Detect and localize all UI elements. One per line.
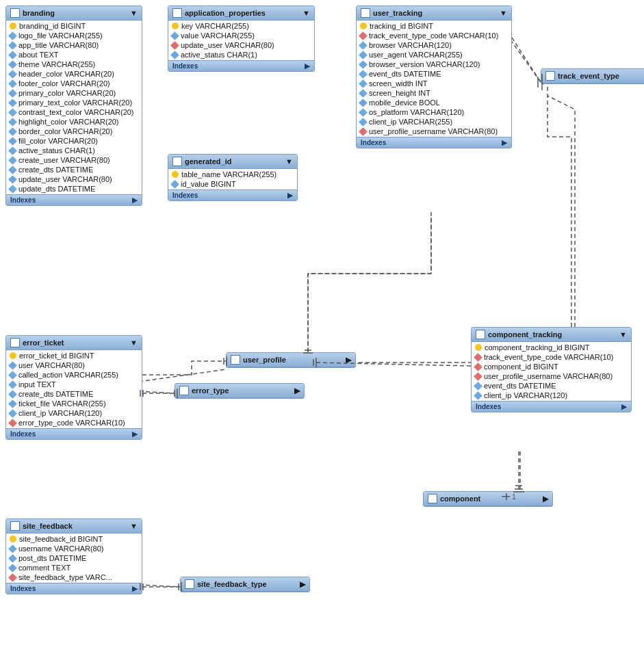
- table-arrow-user-tracking[interactable]: ▼: [500, 9, 507, 17]
- table-generated-id[interactable]: generated_id ▼ table_name VARCHAR(255) i…: [168, 154, 298, 201]
- field-track-event-type-code-ct: track_event_type_code VARCHAR(10): [472, 352, 631, 362]
- diamond-blue-icon: [8, 41, 17, 50]
- diamond-blue-icon: [8, 137, 17, 146]
- table-user-tracking[interactable]: user_tracking ▼ tracking_id BIGINT track…: [356, 5, 512, 148]
- table-arrow-user-profile[interactable]: ▶: [346, 356, 351, 365]
- table-title-site-feedback: site_feedback: [23, 522, 73, 530]
- table-branding[interactable]: branding ▼ branding_id BIGINT logo_file …: [5, 5, 142, 206]
- table-footer-site-feedback[interactable]: Indexes ▶: [6, 583, 142, 594]
- table-arrow-generated-id[interactable]: ▼: [285, 157, 293, 166]
- footer-arrow-branding: ▶: [132, 196, 138, 204]
- table-arrow-site-feedback-type[interactable]: ▶: [300, 580, 305, 589]
- table-header-site-feedback-type[interactable]: site_feedback_type ▶: [181, 577, 309, 592]
- field-primary-color: primary_color VARCHAR(20): [6, 88, 142, 98]
- field-tracking-id: tracking_id BIGINT: [357, 21, 511, 31]
- table-footer-generated-id[interactable]: Indexes ▶: [168, 189, 297, 200]
- field-theme: theme VARCHAR(255): [6, 60, 142, 69]
- table-component-tracking[interactable]: component_tracking ▼ component_tracking_…: [471, 327, 632, 412]
- table-footer-app-props[interactable]: Indexes ▶: [168, 60, 314, 71]
- diamond-blue-icon: [8, 564, 17, 573]
- table-icon-branding: [10, 8, 20, 18]
- table-footer-component-tracking[interactable]: Indexes ▶: [472, 401, 631, 412]
- field-mobile-device: mobile_device BOOL: [357, 98, 511, 107]
- field-event-dts: event_dts DATETIME: [357, 69, 511, 79]
- table-icon-user-tracking: [361, 8, 370, 18]
- field-value: value VARCHAR(255): [168, 31, 314, 40]
- table-header-app-props[interactable]: application_properties ▼: [168, 6, 314, 21]
- table-header-track-event-type[interactable]: track_event_type ▼: [541, 69, 644, 83]
- diamond-blue-icon: [359, 108, 368, 117]
- indexes-label-generated-id: Indexes: [172, 192, 198, 199]
- table-icon-error-ticket: [10, 338, 20, 347]
- diamond-blue-icon: [359, 118, 368, 127]
- table-component[interactable]: component ▶: [423, 491, 553, 507]
- table-title-site-feedback-type: site_feedback_type: [197, 580, 267, 588]
- table-error-type[interactable]: error_type ▶: [175, 383, 305, 399]
- table-header-site-feedback[interactable]: site_feedback ▼: [6, 519, 142, 534]
- table-arrow-app-props[interactable]: ▼: [302, 9, 310, 17]
- table-arrow-site-feedback[interactable]: ▼: [130, 522, 138, 530]
- diamond-blue-icon: [8, 70, 17, 79]
- diamond-blue-icon: [8, 380, 17, 389]
- table-header-component[interactable]: component ▶: [424, 492, 552, 506]
- table-arrow-component[interactable]: ▶: [543, 495, 548, 503]
- field-fill-color: fill_color VARCHAR(20): [6, 136, 142, 146]
- diamond-blue-icon: [8, 185, 17, 194]
- table-error-ticket[interactable]: error_ticket ▼ error_ticket_id BIGINT us…: [5, 335, 142, 440]
- diamond-blue-icon: [8, 361, 17, 370]
- diamond-blue-icon: [170, 180, 179, 189]
- diamond-red-icon: [8, 419, 17, 427]
- diamond-blue-icon: [359, 98, 368, 107]
- diamond-blue-icon: [170, 51, 179, 60]
- table-track-event-type[interactable]: track_event_type ▼: [541, 68, 644, 84]
- field-table-name: table_name VARCHAR(255): [168, 170, 297, 179]
- table-arrow-branding[interactable]: ▼: [130, 9, 138, 17]
- table-header-generated-id[interactable]: generated_id ▼: [168, 155, 297, 169]
- table-header-error-type[interactable]: error_type ▶: [175, 384, 304, 398]
- field-username-sf: username VARCHAR(80): [6, 544, 142, 553]
- diamond-blue-icon: [8, 409, 17, 418]
- field-input-text: input TEXT: [6, 380, 142, 389]
- diamond-blue-icon: [8, 60, 17, 69]
- footer-arrow-user-tracking: ▶: [502, 139, 507, 146]
- field-user-agent: user_agent VARCHAR(255): [357, 50, 511, 60]
- field-create-dts-et: create_dts DATETIME: [6, 389, 142, 399]
- table-body-app-props: key VARCHAR(255) value VARCHAR(255) upda…: [168, 21, 314, 60]
- table-title-branding: branding: [23, 9, 55, 17]
- diamond-blue-icon: [8, 89, 17, 98]
- table-arrow-error-type[interactable]: ▶: [294, 386, 300, 395]
- footer-arrow-error-ticket: ▶: [132, 430, 138, 438]
- diamond-blue-icon: [474, 382, 482, 391]
- diamond-blue-icon: [8, 554, 17, 563]
- table-application-properties[interactable]: application_properties ▼ key VARCHAR(255…: [168, 5, 315, 72]
- table-header-user-profile[interactable]: user_profile ▶: [227, 353, 355, 367]
- table-arrow-component-tracking[interactable]: ▼: [619, 330, 627, 339]
- table-header-user-tracking[interactable]: user_tracking ▼: [357, 6, 511, 21]
- table-body-generated-id: table_name VARCHAR(255) id_value BIGINT: [168, 169, 297, 189]
- field-about: about TEXT: [6, 50, 142, 60]
- indexes-label-site-feedback: Indexes: [10, 585, 36, 592]
- diamond-blue-icon: [359, 60, 368, 69]
- table-header-component-tracking[interactable]: component_tracking ▼: [472, 328, 631, 342]
- table-header-branding[interactable]: branding ▼: [6, 6, 142, 21]
- field-logo-file: logo_file VARCHAR(255): [6, 31, 142, 40]
- field-branding-id: branding_id BIGINT: [6, 21, 142, 31]
- field-update-user: update_user VARCHAR(80): [6, 174, 142, 184]
- table-footer-error-ticket[interactable]: Indexes ▶: [6, 428, 142, 439]
- field-create-user: create_user VARCHAR(80): [6, 155, 142, 165]
- table-header-error-ticket[interactable]: error_ticket ▼: [6, 336, 142, 350]
- table-footer-branding[interactable]: Indexes ▶: [6, 194, 142, 205]
- diamond-blue-icon: [8, 127, 17, 136]
- table-footer-user-tracking[interactable]: Indexes ▶: [357, 137, 511, 148]
- field-highlight-color: highlight_color VARCHAR(20): [6, 117, 142, 127]
- diamond-blue-icon: [8, 98, 17, 107]
- table-site-feedback-type[interactable]: site_feedback_type ▶: [180, 577, 310, 592]
- table-user-profile[interactable]: user_profile ▶: [226, 352, 356, 368]
- field-app-title: app_title VARCHAR(80): [6, 40, 142, 50]
- table-title-error-type: error_type: [192, 386, 229, 395]
- field-browser-version: browser_version VARCHAR(120): [357, 60, 511, 69]
- diamond-red-icon: [474, 353, 482, 362]
- table-site-feedback[interactable]: site_feedback ▼ site_feedback_id BIGINT …: [5, 518, 142, 594]
- table-arrow-error-ticket[interactable]: ▼: [130, 339, 138, 347]
- diamond-blue-icon: [359, 79, 368, 88]
